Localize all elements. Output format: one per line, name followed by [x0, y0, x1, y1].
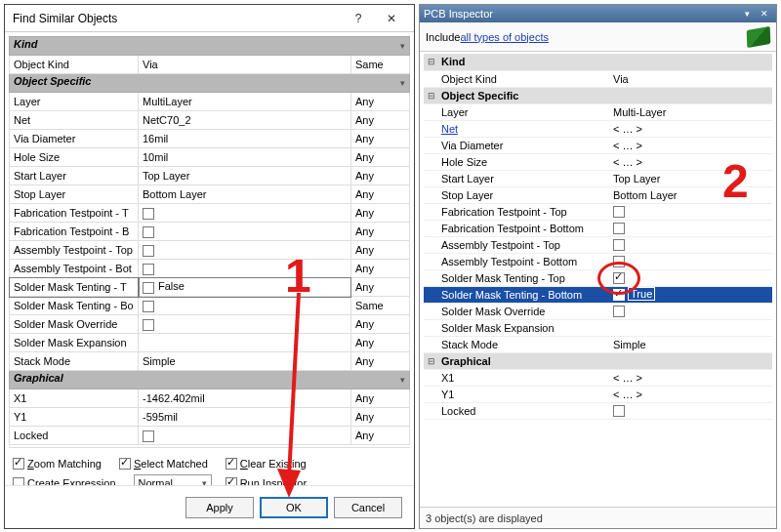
help-button[interactable]: ?: [342, 8, 375, 29]
close-button[interactable]: ✕: [375, 8, 408, 29]
dialog-options: Zoom Matching Select Matched Clear Exist…: [9, 447, 410, 485]
grid-row[interactable]: Object KindVia: [424, 70, 772, 87]
grid-row[interactable]: Stop LayerBottom LayerAny: [10, 185, 410, 204]
checkbox-icon: [13, 458, 24, 470]
row-match[interactable]: Same: [350, 56, 409, 74]
annotation-number-1: 1: [285, 249, 311, 303]
section-header-kind[interactable]: Kind▾: [10, 37, 410, 56]
grid-row[interactable]: X1-1462.402milAny: [10, 389, 410, 408]
grid-row[interactable]: Assembly Testpoint - BotAny: [10, 260, 410, 278]
grid-row[interactable]: Hole Size< … >: [424, 153, 772, 170]
checkbox-icon: [119, 458, 131, 470]
chevron-down-icon: ▾: [400, 75, 405, 92]
checkbox[interactable]: [143, 226, 154, 238]
run-inspector-checkbox[interactable]: Run Inspector: [226, 477, 308, 485]
mode-combo[interactable]: Normal▾: [134, 474, 212, 485]
grid-row-editing[interactable]: Solder Mask Tenting - T False Any: [10, 278, 410, 297]
grid-row[interactable]: Y1< … >: [424, 386, 772, 402]
close-icon: ✕: [387, 12, 396, 25]
grid-row[interactable]: Solder Mask OverrideAny: [10, 315, 410, 334]
checkbox[interactable]: [613, 206, 625, 218]
checkbox[interactable]: [613, 289, 625, 301]
grid-row[interactable]: Fabrication Testpoint - TAny: [10, 204, 410, 223]
inspector-titlebar[interactable]: PCB Inspector ▾ ✕: [420, 5, 776, 22]
grid-row[interactable]: Locked: [424, 402, 772, 419]
grid-row[interactable]: Assembly Testpoint - TopAny: [10, 241, 410, 260]
grid-row[interactable]: Hole Size10milAny: [10, 148, 410, 167]
cancel-button[interactable]: Cancel: [334, 497, 402, 518]
grid-row[interactable]: Assembly Testpoint - Bottom: [424, 253, 772, 269]
checkbox[interactable]: [613, 256, 625, 267]
checkbox[interactable]: [143, 264, 154, 275]
include-link[interactable]: all types of objects: [460, 31, 549, 43]
grid-row[interactable]: Stack ModeSimpleAny: [10, 352, 410, 371]
section-header-kind[interactable]: ⊟Kind: [424, 54, 772, 70]
checkbox[interactable]: [143, 208, 154, 220]
section-header-object-specific[interactable]: ⊟Object Specific: [424, 87, 772, 103]
grid-row[interactable]: Solder Mask Tenting - BoSame: [10, 297, 410, 315]
include-label: Include: [426, 31, 460, 43]
dialog-body: Kind▾ Object Kind Via Same Object Specif…: [5, 32, 414, 485]
row-label: Object Kind: [10, 56, 139, 74]
clear-existing-checkbox[interactable]: Clear Existing: [226, 458, 307, 470]
grid-row[interactable]: Stack ModeSimple: [424, 336, 772, 352]
grid-row[interactable]: Fabrication Testpoint - BAny: [10, 223, 410, 241]
row-value[interactable]: Via: [139, 56, 351, 74]
inspector-status-bar: 3 object(s) are displayed: [420, 507, 776, 528]
ok-button[interactable]: OK: [260, 497, 328, 518]
grid-row[interactable]: LayerMulti-Layer: [424, 103, 772, 120]
checkbox[interactable]: [613, 272, 625, 284]
grid-row-selected[interactable]: Solder Mask Tenting - Bottom True: [424, 286, 772, 303]
grid-row[interactable]: Start LayerTop Layer: [424, 170, 772, 186]
checkbox[interactable]: [143, 430, 154, 442]
select-matched-checkbox[interactable]: Select Matched: [119, 458, 208, 470]
grid-row[interactable]: Via Diameter16milAny: [10, 130, 410, 148]
inspector-include-bar: Include all types of objects: [420, 22, 776, 52]
section-header-graphical[interactable]: Graphical▾: [10, 371, 410, 389]
chevron-down-icon: ▾: [400, 38, 405, 55]
dropdown-button[interactable]: ▾: [739, 7, 755, 20]
grid-row[interactable]: Assembly Testpoint - Top: [424, 236, 772, 253]
checkbox-icon: [13, 477, 24, 485]
grid-row[interactable]: Solder Mask Override: [424, 303, 772, 319]
close-icon: ✕: [760, 9, 768, 19]
grid-row[interactable]: Stop LayerBottom Layer: [424, 186, 772, 203]
section-header-graphical[interactable]: ⊟Graphical: [424, 352, 772, 369]
grid-row[interactable]: Via Diameter< … >: [424, 137, 772, 153]
checkbox[interactable]: [143, 245, 154, 257]
inspector-title: PCB Inspector: [424, 8, 493, 20]
checkbox[interactable]: [613, 239, 625, 251]
create-expression-checkbox[interactable]: Create Expression: [13, 477, 116, 485]
checkbox[interactable]: [613, 405, 625, 417]
close-panel-button[interactable]: ✕: [757, 7, 772, 20]
zoom-matching-checkbox[interactable]: Zoom Matching: [13, 458, 102, 470]
checkbox[interactable]: [143, 301, 154, 312]
grid-row[interactable]: Net< … >: [424, 120, 772, 137]
find-similar-objects-dialog: Find Similar Objects ? ✕ Kind▾ Object Ki…: [4, 4, 415, 529]
grid-row[interactable]: Solder Mask Tenting - Top: [424, 269, 772, 286]
inspector-body: ⊟Kind Object KindVia ⊟Object Specific La…: [420, 52, 776, 507]
grid-row[interactable]: Fabrication Testpoint - Top: [424, 203, 772, 220]
dialog-footer: Apply OK Cancel: [5, 485, 414, 528]
checkbox[interactable]: [613, 223, 625, 234]
annotation-number-2: 2: [722, 154, 749, 208]
grid-row[interactable]: Y1-595milAny: [10, 408, 410, 427]
checkbox[interactable]: [143, 282, 154, 294]
grid-row[interactable]: Solder Mask Expansion: [424, 319, 772, 336]
grid-row[interactable]: Object Kind Via Same: [10, 56, 410, 74]
apply-button[interactable]: Apply: [185, 497, 254, 518]
grid-row[interactable]: Start LayerTop LayerAny: [10, 167, 410, 185]
section-header-object-specific[interactable]: Object Specific▾: [10, 74, 410, 93]
grid-row[interactable]: Fabrication Testpoint - Bottom: [424, 220, 772, 236]
checkbox-icon: [226, 477, 237, 485]
pcb-icon: [747, 25, 771, 47]
grid-row[interactable]: X1< … >: [424, 369, 772, 386]
grid-row[interactable]: Solder Mask ExpansionAny: [10, 334, 410, 352]
grid-row[interactable]: NetNetC70_2Any: [10, 111, 410, 130]
chevron-down-icon: ▾: [745, 9, 750, 19]
dialog-titlebar[interactable]: Find Similar Objects ? ✕: [5, 5, 414, 32]
checkbox[interactable]: [613, 306, 625, 317]
checkbox[interactable]: [143, 319, 154, 331]
grid-row[interactable]: LockedAny: [10, 427, 410, 445]
grid-row[interactable]: LayerMultiLayerAny: [10, 93, 410, 111]
